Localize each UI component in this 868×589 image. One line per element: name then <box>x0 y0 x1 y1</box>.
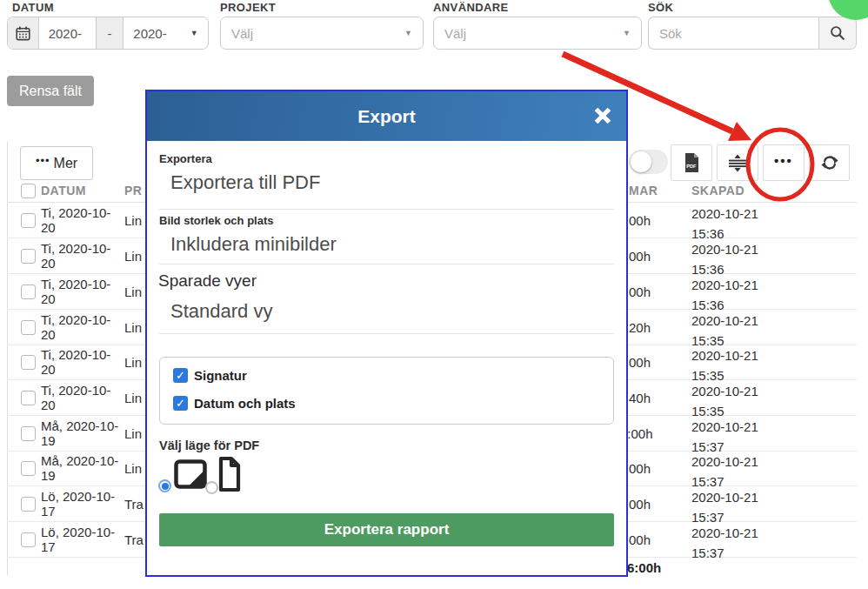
chevron-down-icon: ▼ <box>190 29 198 37</box>
divider <box>159 333 614 334</box>
row-checkbox[interactable] <box>21 213 36 228</box>
bild-select[interactable]: Inkludera minibilder <box>170 233 337 256</box>
row-hours: 40h <box>629 391 651 405</box>
row-hours: 00h <box>629 532 651 547</box>
date-from-input[interactable] <box>39 17 96 49</box>
row-date: Ti, 2020-10-20 <box>41 312 124 342</box>
modal-header: Export <box>147 91 626 141</box>
datum-och-plats-checkbox[interactable]: ✓ Datum och plats <box>173 396 296 411</box>
column-header-skapad[interactable]: SKAPAD <box>691 184 744 197</box>
row-checkbox[interactable] <box>21 426 36 441</box>
signatur-checkbox[interactable]: ✓ Signatur <box>173 368 247 383</box>
row-project: Lin <box>124 249 142 264</box>
row-hours: 00h <box>629 284 651 299</box>
sok-label: SÖK <box>648 1 673 14</box>
anvandare-select[interactable]: Välj ▼ <box>433 17 642 50</box>
modal-title: Export <box>357 106 416 127</box>
row-checkbox[interactable] <box>21 284 36 299</box>
total-hours: 6:00h <box>627 560 661 575</box>
mer-button[interactable]: ••• Mer <box>20 146 93 180</box>
column-header-timmar[interactable]: MAR <box>629 184 658 197</box>
search-input[interactable] <box>648 17 818 50</box>
row-project: Lin <box>124 391 142 405</box>
row-created-date: 2020-10-21 <box>691 275 758 295</box>
row-created-date: 2020-10-21 <box>691 452 758 472</box>
row-project: Lin <box>124 284 142 299</box>
row-created-date: 2020-10-21 <box>691 487 758 507</box>
row-hours: 00h <box>629 355 651 370</box>
date-range-picker: - ▼ <box>7 17 209 50</box>
column-header-datum[interactable]: DATUM <box>41 184 86 197</box>
anvandare-select-value: Välj <box>444 26 466 41</box>
export-modal: Export Exportera Exportera till PDF Bild… <box>145 90 628 577</box>
row-checkbox[interactable] <box>21 320 36 335</box>
toggle-knob <box>631 151 651 172</box>
row-hours: 00h <box>629 249 651 264</box>
sparade-vyer-select[interactable]: Standard vy <box>170 300 272 323</box>
column-header-projekt[interactable]: PR <box>124 184 142 197</box>
row-checkbox[interactable] <box>21 391 36 405</box>
exportera-select[interactable]: Exportera till PDF <box>170 171 320 194</box>
pdf-lage-label: Välj läge för PDF <box>159 438 259 452</box>
row-created-date: 2020-10-21 <box>691 239 758 259</box>
checkbox-checked-icon: ✓ <box>173 368 188 383</box>
options-panel: ✓ Signatur ✓ Datum och plats <box>159 357 614 425</box>
svg-text:PDF: PDF <box>686 164 697 169</box>
row-project: Lin <box>124 461 142 476</box>
row-date: Ti, 2020-10-20 <box>41 277 124 306</box>
date-to-input[interactable] <box>124 17 180 49</box>
select-all-checkbox[interactable] <box>21 184 36 198</box>
row-project: Lin <box>124 320 142 335</box>
search-button[interactable] <box>818 17 857 50</box>
search-icon <box>829 24 846 42</box>
row-checkbox[interactable] <box>21 532 36 547</box>
chevron-down-icon: ▼ <box>404 29 412 37</box>
row-date-line2: 19 <box>41 468 124 483</box>
row-date: Lö, 2020-10-17 <box>41 525 124 554</box>
bild-label: Bild storlek och plats <box>159 214 273 227</box>
refresh-button[interactable] <box>809 144 850 181</box>
view-toggle[interactable] <box>629 150 668 174</box>
calendar-button[interactable] <box>8 17 39 49</box>
landscape-radio[interactable] <box>158 479 171 492</box>
more-dots-icon: ••• <box>36 154 50 167</box>
exportera-rapport-button[interactable]: Exportera rapport <box>159 513 614 546</box>
row-project: Lin <box>124 213 142 228</box>
row-date: Må, 2020-10- <box>41 453 124 468</box>
date-dropdown-button[interactable]: ▼ <box>180 17 208 49</box>
close-icon[interactable] <box>593 106 612 125</box>
checkbox-checked-icon: ✓ <box>173 396 188 411</box>
row-height-button[interactable] <box>717 144 758 181</box>
export-pdf-button[interactable]: PDF <box>671 144 712 181</box>
row-hours: 20h <box>629 320 651 335</box>
anvandare-label: ANVÄNDARE <box>433 1 509 14</box>
row-date: Ti, 2020-10-20 <box>41 241 124 271</box>
row-project: Tra <box>124 497 144 512</box>
portrait-radio[interactable] <box>205 481 218 494</box>
projekt-select[interactable]: Välj ▼ <box>220 17 424 50</box>
signatur-checkbox-label: Signatur <box>194 368 247 383</box>
rensa-falt-button[interactable]: Rensa fält <box>7 76 94 106</box>
row-hours: 00h <box>629 461 651 476</box>
date-range-separator: - <box>96 17 124 49</box>
row-project: Lin <box>124 426 142 441</box>
portrait-page-icon[interactable] <box>217 456 242 492</box>
datum-och-plats-checkbox-label: Datum och plats <box>194 396 296 411</box>
pdf-file-icon: PDF <box>684 153 699 172</box>
more-dots-icon: ••• <box>774 153 793 168</box>
row-checkbox[interactable] <box>21 249 36 264</box>
row-checkbox[interactable] <box>21 461 36 476</box>
sparade-vyer-label: Sparade vyer <box>158 271 257 291</box>
exportera-label: Exportera <box>159 152 212 165</box>
divider <box>159 209 614 210</box>
more-options-button[interactable]: ••• <box>763 144 805 181</box>
row-created-date: 2020-10-21 <box>691 381 758 401</box>
landscape-page-icon[interactable] <box>174 459 207 490</box>
projekt-select-value: Välj <box>231 26 253 41</box>
row-checkbox[interactable] <box>21 497 36 512</box>
chevron-down-icon: ▼ <box>623 29 631 37</box>
row-created-date: 2020-10-21 <box>691 417 758 437</box>
row-checkbox[interactable] <box>21 355 36 370</box>
row-created-date: 2020-10-21 <box>691 311 758 331</box>
row-hours: 00h <box>629 497 651 512</box>
